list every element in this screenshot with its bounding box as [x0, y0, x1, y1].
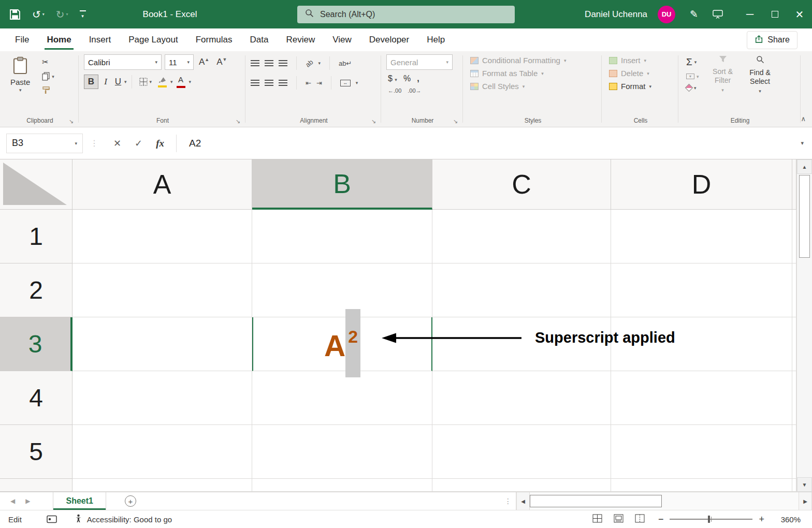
undo-button[interactable]: ↺▾ — [32, 9, 45, 20]
wrap-text-icon[interactable]: ab↵ — [339, 60, 352, 67]
macro-record-icon[interactable] — [47, 515, 57, 523]
quick-access-toolbar-customize-icon[interactable]: ▾ — [80, 10, 86, 19]
horizontal-scroll-thumb[interactable] — [530, 495, 662, 507]
copy-icon[interactable]: ▾ — [39, 71, 57, 82]
row-header-3[interactable]: 3 — [0, 317, 72, 371]
scroll-right-icon[interactable]: ▶ — [799, 492, 812, 510]
number-dialog-launcher[interactable]: ↘ — [453, 118, 458, 125]
column-header-c[interactable]: C — [432, 159, 611, 210]
cell-d2[interactable] — [611, 263, 792, 317]
tab-data[interactable]: Data — [241, 28, 278, 51]
formula-bar-grip[interactable]: ⋮ — [90, 138, 99, 148]
scroll-up-icon[interactable]: ▲ — [797, 159, 812, 174]
tab-help[interactable]: Help — [418, 28, 454, 51]
increase-decimal-icon[interactable]: ←.00 — [388, 87, 401, 94]
tab-insert[interactable]: Insert — [80, 28, 120, 51]
orientation-icon[interactable]: ab — [304, 58, 315, 69]
comma-format-button[interactable]: , — [417, 74, 419, 83]
cell-a3[interactable] — [72, 317, 252, 371]
sheet-tab-sheet1[interactable]: Sheet1 — [53, 492, 106, 510]
page-break-preview-icon[interactable] — [635, 514, 645, 524]
vertical-scroll-thumb[interactable] — [799, 175, 810, 258]
maximize-button[interactable] — [762, 0, 787, 28]
select-all-corner[interactable] — [0, 159, 72, 210]
align-center-icon[interactable] — [265, 80, 273, 86]
sheet-nav-right-icon[interactable]: ▶ — [25, 497, 30, 505]
grow-font-button[interactable]: A▲ — [197, 57, 211, 67]
fill-color-dropdown[interactable]: ▾ — [170, 79, 173, 84]
cell-c2[interactable] — [432, 263, 611, 317]
fill-button[interactable]: ▼▾ — [684, 72, 702, 80]
clipboard-dialog-launcher[interactable]: ↘ — [69, 118, 74, 125]
enter-icon[interactable]: ✓ — [135, 138, 142, 149]
fill-color-icon[interactable] — [155, 76, 169, 89]
tab-home[interactable]: Home — [38, 28, 80, 51]
new-sheet-button[interactable]: + — [125, 495, 136, 507]
align-left-icon[interactable] — [251, 80, 259, 86]
tab-formulas[interactable]: Formulas — [187, 28, 241, 51]
row-header-5[interactable]: 5 — [0, 425, 72, 479]
vertical-scrollbar[interactable]: ▲ ▼ — [796, 159, 812, 492]
page-layout-view-icon[interactable] — [614, 514, 624, 524]
cell-b5[interactable] — [252, 425, 432, 479]
scroll-down-icon[interactable]: ▼ — [797, 477, 812, 492]
format-painter-icon[interactable] — [39, 85, 57, 95]
format-cells-button[interactable]: Format▾ — [607, 81, 674, 91]
cell-b2[interactable] — [252, 263, 432, 317]
accessibility-status[interactable]: Accessibility: Good to go — [75, 514, 172, 524]
orientation-dropdown[interactable]: ▾ — [318, 61, 321, 66]
expand-formula-bar-icon[interactable]: ▾ — [801, 140, 804, 146]
align-bottom-icon[interactable] — [279, 60, 287, 66]
underline-dropdown[interactable]: ▾ — [124, 79, 127, 84]
tab-view[interactable]: View — [324, 28, 360, 51]
delete-cells-button[interactable]: Delete▾ — [607, 68, 674, 78]
tab-review[interactable]: Review — [277, 28, 324, 51]
cell-d1[interactable] — [611, 210, 792, 263]
zoom-out-icon[interactable]: − — [658, 514, 664, 525]
increase-indent-icon[interactable]: ⇥ — [316, 79, 322, 87]
inking-icon[interactable]: ✎ — [690, 8, 698, 20]
underline-button[interactable]: U — [113, 77, 123, 87]
conditional-formatting-button[interactable]: Conditional Formatting▾ — [468, 55, 598, 65]
cell-a5[interactable] — [72, 425, 252, 479]
cell-c4[interactable] — [432, 371, 611, 425]
font-dialog-launcher[interactable]: ↘ — [236, 118, 240, 125]
paste-button[interactable]: Paste ▾ — [5, 54, 35, 95]
zoom-slider[interactable]: − + — [658, 514, 764, 525]
percent-format-button[interactable]: % — [403, 74, 411, 83]
shrink-font-button[interactable]: A▼ — [214, 57, 229, 67]
save-icon[interactable] — [9, 9, 21, 20]
cell-a1[interactable] — [72, 210, 252, 263]
zoom-in-icon[interactable]: + — [759, 514, 764, 525]
column-header-b[interactable]: B — [252, 159, 432, 210]
row-header-2[interactable]: 2 — [0, 263, 72, 317]
zoom-level[interactable]: 360% — [778, 515, 801, 524]
share-button[interactable]: Share — [747, 31, 798, 49]
format-as-table-button[interactable]: Format as Table▾ — [468, 68, 598, 78]
font-name-combo[interactable]: Calibri▾ — [84, 54, 162, 70]
insert-cells-button[interactable]: Insert▾ — [607, 55, 674, 65]
cell-b1[interactable] — [252, 210, 432, 263]
scrollbar-resize-grip[interactable]: ⋮ — [504, 497, 512, 505]
column-header-a[interactable]: A — [72, 159, 252, 210]
ribbon-display-options-icon[interactable] — [713, 10, 723, 19]
find-select-button[interactable]: Find & Select▾ — [744, 54, 776, 94]
cut-icon[interactable]: ✂ — [39, 56, 57, 68]
redo-button[interactable]: ↻▾ — [56, 9, 68, 20]
align-middle-icon[interactable] — [265, 60, 273, 66]
zoom-slider-thumb[interactable] — [708, 516, 710, 523]
autosum-button[interactable]: Σ▾ — [684, 55, 702, 69]
account-avatar[interactable]: DU — [658, 6, 675, 23]
scroll-left-icon[interactable]: ◀ — [516, 492, 530, 510]
normal-view-icon[interactable] — [592, 514, 602, 524]
align-top-icon[interactable] — [251, 60, 259, 66]
font-size-combo[interactable]: 11▾ — [165, 54, 194, 70]
tab-page-layout[interactable]: Page Layout — [120, 28, 186, 51]
sort-filter-button[interactable]: Sort & Filter▾ — [707, 54, 739, 94]
font-color-dropdown[interactable]: ▾ — [189, 79, 192, 84]
borders-icon[interactable]: ▾ — [137, 77, 155, 87]
cell-d5[interactable] — [611, 425, 792, 479]
merge-center-icon[interactable]: ↔ — [340, 80, 351, 86]
cell-a4[interactable] — [72, 371, 252, 425]
align-right-icon[interactable] — [279, 80, 287, 86]
